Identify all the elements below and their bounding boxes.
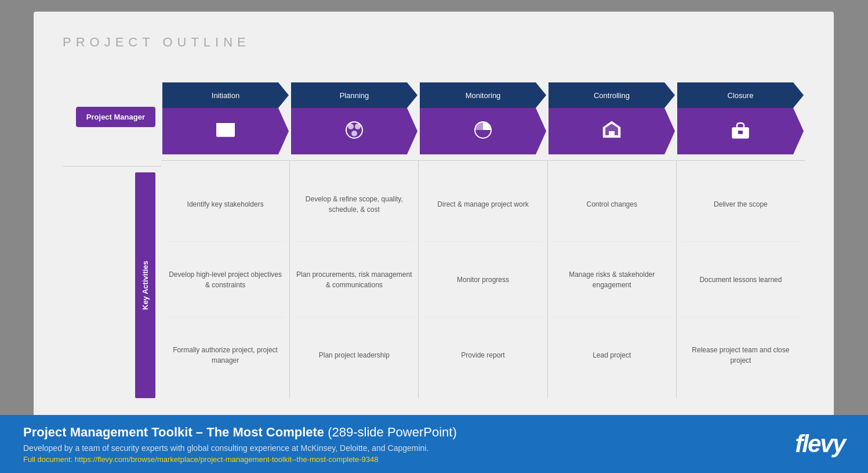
chevron-bottom-monitoring	[420, 108, 546, 154]
closure-icon	[730, 121, 751, 142]
data-col-planning: Develop & refine scope, quality, schedul…	[290, 161, 419, 398]
footer-logo: flevy	[795, 430, 845, 458]
chevron-top-closure: Closure	[677, 82, 804, 108]
footer-title-bold: Project Management Toolkit – The Most Co…	[23, 425, 324, 439]
footer-text-area: Project Management Toolkit – The Most Co…	[23, 425, 795, 464]
chevron-monitoring: Monitoring	[420, 82, 546, 154]
activity-planning-3: Plan project leadership	[295, 317, 413, 392]
phase-planning: Planning	[290, 82, 419, 154]
phase-controlling: Controlling	[547, 82, 676, 154]
main-layout: Project Manager Key Activities Initiatio…	[63, 67, 805, 398]
page-title: PROJECT OUTLINE	[63, 35, 805, 50]
activity-closure-1: Deliver the scope	[681, 167, 800, 242]
activity-planning-1: Develop & refine scope, quality, schedul…	[295, 167, 413, 242]
planning-icon	[344, 120, 365, 143]
pm-row: Project Manager	[63, 73, 161, 160]
chevron-bottom-controlling	[549, 108, 675, 154]
footer-title-normal: (289-slide PowerPoint)	[324, 425, 457, 439]
svg-rect-0	[216, 127, 235, 137]
chevron-top-initiation: Initiation	[162, 82, 289, 108]
chevron-bottom-planning	[291, 108, 417, 154]
chevron-bottom-closure	[677, 108, 804, 154]
activity-planning-2: Plan procurements, risk management & com…	[295, 242, 413, 317]
activity-initiation-3: Formally authorize project, project mana…	[166, 317, 285, 392]
chevron-controlling: Controlling	[549, 82, 675, 154]
footer-bar: Project Management Toolkit – The Most Co…	[0, 415, 868, 473]
left-section: Project Manager Key Activities	[63, 67, 161, 398]
activity-closure-3: Release project team and close project	[681, 317, 800, 392]
chevron-planning: Planning	[291, 82, 417, 154]
project-manager-badge: Project Manager	[76, 107, 155, 127]
initiation-icon	[215, 121, 236, 142]
ka-row: Key Activities	[63, 166, 161, 398]
footer-subtitle: Developed by a team of security experts …	[23, 443, 795, 453]
svg-rect-7	[609, 131, 615, 137]
data-col-closure: Deliver the scope Document lessons learn…	[677, 161, 805, 398]
data-col-initiation: Identify key stakeholders Develop high-l…	[161, 161, 290, 398]
activity-monitoring-2: Monitor progress	[423, 242, 542, 317]
phase-monitoring: Monitoring	[419, 82, 547, 154]
activity-monitoring-1: Direct & manage project work	[423, 167, 542, 242]
phase-closure: Closure	[676, 82, 805, 154]
chevron-top-planning: Planning	[291, 82, 417, 108]
activity-closure-2: Document lessons learned	[681, 242, 800, 317]
chevron-top-controlling: Controlling	[549, 82, 675, 108]
chevron-top-monitoring: Monitoring	[420, 82, 546, 108]
activity-controlling-3: Lead project	[553, 317, 671, 392]
controlling-icon	[601, 120, 622, 143]
chevron-initiation: Initiation	[162, 82, 289, 154]
footer-link: Full document: https://flevy.com/browse/…	[23, 455, 795, 464]
activity-monitoring-3: Provide report	[423, 317, 542, 392]
svg-point-4	[351, 131, 357, 136]
slide-container: PROJECT OUTLINE Project Manager Key Acti…	[34, 12, 834, 424]
svg-point-3	[355, 124, 361, 129]
chevron-closure: Closure	[677, 82, 804, 154]
right-section: Initiation	[161, 67, 805, 398]
data-col-controlling: Control changes Manage risks & stakehold…	[548, 161, 677, 398]
monitoring-icon	[473, 120, 493, 143]
phases-row: Initiation	[161, 67, 805, 154]
activity-controlling-1: Control changes	[553, 167, 671, 242]
svg-rect-11	[738, 131, 743, 134]
activity-controlling-2: Manage risks & stakeholder engagement	[553, 242, 671, 317]
key-activities-badge: Key Activities	[135, 172, 155, 398]
svg-point-2	[348, 124, 354, 129]
footer-title: Project Management Toolkit – The Most Co…	[23, 425, 795, 440]
data-col-monitoring: Direct & manage project work Monitor pro…	[419, 161, 547, 398]
data-rows: Identify key stakeholders Develop high-l…	[161, 160, 805, 398]
activity-initiation-1: Identify key stakeholders	[166, 167, 285, 242]
phase-initiation: Initiation	[161, 82, 290, 154]
activity-initiation-2: Develop high-level project objectives & …	[166, 242, 285, 317]
chevron-bottom-initiation	[162, 108, 289, 154]
